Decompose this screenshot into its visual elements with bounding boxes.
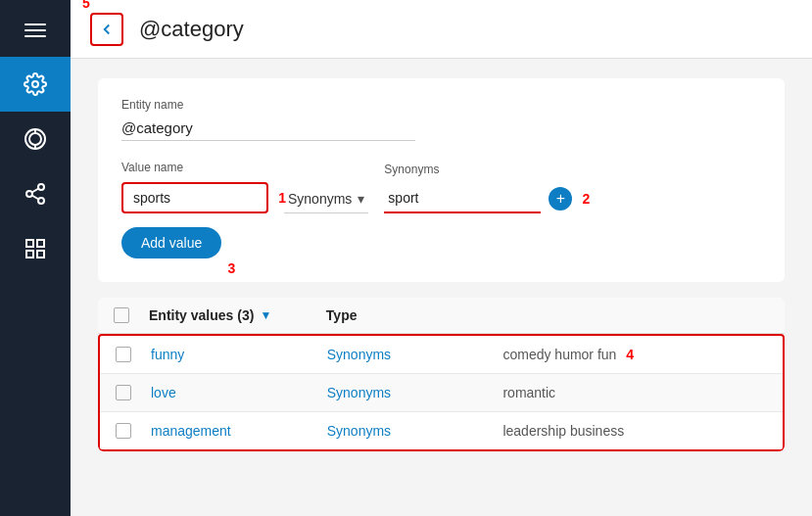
svg-rect-12 [26, 251, 33, 258]
add-value-btn-wrapper: Add value 3 [121, 227, 221, 258]
synonyms-section-label: Synonyms [384, 163, 572, 176]
synonyms-input-wrapper: 2 + [384, 184, 572, 213]
row-entity-love[interactable]: love [151, 385, 327, 400]
synonyms-dropdown-label: Synonyms [288, 191, 352, 207]
table-row: love Synonyms romantic [100, 374, 783, 412]
row-entity-funny[interactable]: funny [151, 347, 327, 362]
value-name-label: Value name [121, 161, 268, 174]
row-checkbox-love[interactable] [116, 385, 131, 400]
target-icon [24, 127, 47, 151]
add-value-button[interactable]: Add value [121, 227, 221, 258]
svg-point-0 [32, 81, 38, 87]
entity-col-header-text: Entity values (3) [149, 307, 254, 323]
entity-name-value: @category [121, 116, 415, 141]
synonyms-dropdown[interactable]: Synonyms ▾ [284, 185, 368, 213]
row-synonyms-funny: comedy humor fun 4 [502, 347, 767, 362]
step3-label: 3 [227, 260, 235, 276]
select-all-checkbox[interactable] [114, 307, 129, 323]
grid-icon [24, 237, 47, 260]
row-synonyms-management: leadership business [502, 423, 767, 439]
svg-point-6 [26, 191, 32, 197]
svg-point-7 [38, 198, 44, 204]
row-entity-management[interactable]: management [151, 423, 327, 439]
svg-rect-11 [37, 240, 44, 247]
back-button[interactable] [90, 13, 123, 46]
hamburger-icon [24, 23, 46, 37]
row-type-love: Synonyms [327, 385, 503, 400]
sidebar-item-tools[interactable] [0, 57, 71, 112]
step5-label: 5 [82, 0, 90, 11]
entity-values-table: Entity values (3) ▼ Type funny Synonyms … [98, 298, 785, 451]
row-type-funny: Synonyms [327, 347, 503, 362]
page-header: 5 @category [71, 0, 812, 59]
main-content: 5 @category Entity name @category Value … [71, 0, 812, 516]
add-value-btn-row: Add value 3 [121, 227, 761, 258]
dropdown-arrow-icon: ▾ [358, 191, 364, 207]
table-header: Entity values (3) ▼ Type [98, 298, 785, 334]
synonyms-section-label-group: Synonyms 2 + [384, 163, 572, 213]
sidebar [0, 0, 71, 516]
sidebar-nav [0, 57, 71, 276]
table-row: funny Synonyms comedy humor fun 4 [100, 336, 783, 374]
row-synonyms-love: romantic [502, 385, 767, 400]
add-synonym-button[interactable]: + [549, 187, 572, 211]
svg-rect-10 [26, 240, 33, 247]
row-checkbox-funny[interactable] [116, 347, 131, 362]
step2-label: 2 [583, 191, 591, 207]
step4-label: 4 [626, 347, 634, 362]
svg-line-9 [32, 189, 39, 193]
content-area: Entity name @category Value name 1 Synon… [71, 59, 812, 516]
filter-icon[interactable]: ▼ [260, 308, 271, 322]
back-arrow-icon [98, 21, 116, 38]
form-row: Value name 1 Synonyms ▾ Synonyms [121, 161, 761, 213]
tools-icon [24, 72, 47, 96]
nodes-icon [24, 182, 47, 206]
step1-label: 1 [278, 190, 286, 206]
sidebar-item-nodes[interactable] [0, 166, 71, 221]
synonyms-input[interactable] [384, 184, 541, 213]
svg-point-2 [29, 133, 41, 145]
entity-name-label: Entity name [121, 98, 761, 112]
value-name-input[interactable] [121, 182, 268, 213]
type-col-header: Type [326, 307, 503, 323]
select-all-checkbox-col [114, 307, 149, 323]
value-name-group: Value name 1 [121, 161, 268, 213]
page-title: @category [139, 17, 244, 42]
form-section: Entity name @category Value name 1 Synon… [98, 78, 785, 282]
entity-col-header: Entity values (3) ▼ [149, 307, 326, 323]
row-type-management: Synonyms [327, 423, 503, 439]
value-name-field-wrapper: 1 [121, 182, 268, 213]
svg-line-8 [32, 196, 39, 200]
svg-point-5 [38, 184, 44, 190]
table-body: funny Synonyms comedy humor fun 4 love S… [98, 334, 785, 451]
sidebar-item-grid[interactable] [0, 221, 71, 276]
hamburger-menu[interactable] [0, 12, 71, 49]
table-row: management Synonyms leadership business [100, 412, 783, 449]
svg-rect-13 [37, 251, 44, 258]
back-button-wrapper: 5 [90, 13, 123, 46]
row-checkbox-management[interactable] [116, 423, 131, 439]
sidebar-item-target[interactable] [0, 112, 71, 166]
